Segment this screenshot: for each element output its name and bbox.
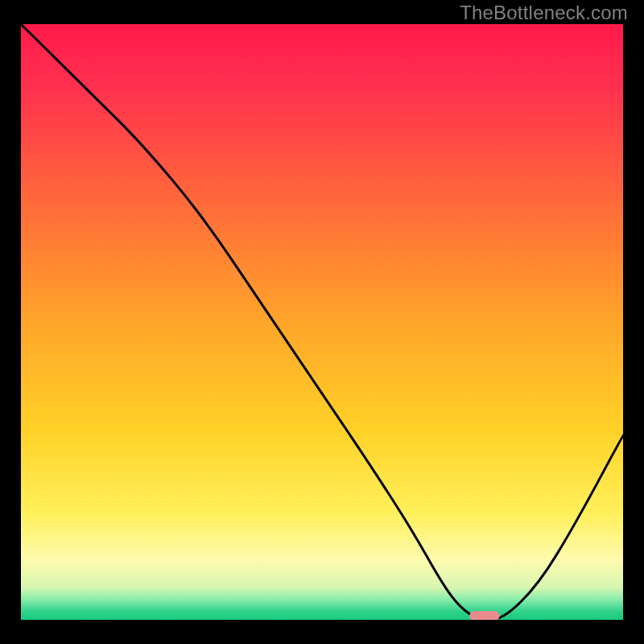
watermark-text: TheBottleneck.com (460, 2, 628, 24)
chart-svg (0, 0, 644, 644)
min-marker (469, 611, 499, 621)
chart-container: TheBottleneck.com (0, 0, 644, 644)
